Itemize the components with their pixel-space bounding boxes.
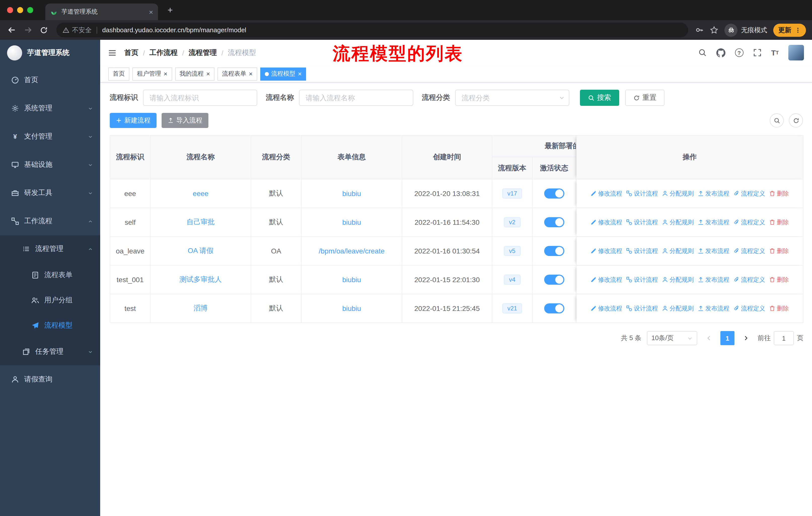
next-page-button[interactable]	[740, 331, 752, 345]
design-process-link[interactable]: 设计流程	[626, 218, 658, 226]
new-tab-button[interactable]	[163, 3, 177, 17]
tag-item[interactable]: 流程模型 ×	[260, 67, 306, 80]
forward-button[interactable]	[20, 22, 35, 37]
modify-process-link[interactable]: 修改流程	[590, 218, 622, 226]
form-info-link[interactable]: biubiu	[342, 218, 361, 226]
process-name-link[interactable]: OA 请假	[188, 246, 214, 255]
design-process-link[interactable]: 设计流程	[626, 189, 658, 198]
process-name-link[interactable]: eeee	[193, 189, 208, 197]
insecure-warning-icon[interactable]	[62, 26, 69, 33]
process-name-link[interactable]: 自己审批	[186, 218, 215, 227]
modify-process-link[interactable]: 修改流程	[590, 247, 622, 255]
design-process-link[interactable]: 设计流程	[626, 247, 658, 255]
create-process-button[interactable]: 新建流程	[110, 113, 156, 128]
tag-item[interactable]: 我的流程 ×	[175, 67, 214, 80]
process-definition-link[interactable]: 流程定义	[733, 275, 765, 284]
bookmark-star-icon[interactable]	[710, 26, 718, 34]
breadcrumb-workflow[interactable]: 工作流程	[149, 48, 178, 57]
design-process-link[interactable]: 设计流程	[626, 275, 658, 284]
active-status-toggle[interactable]	[544, 188, 564, 198]
process-definition-link[interactable]: 流程定义	[733, 247, 765, 255]
reset-button[interactable]: 重置	[625, 90, 665, 106]
tag-close-icon[interactable]: ×	[249, 71, 253, 77]
publish-process-link[interactable]: 发布流程	[698, 275, 729, 284]
form-info-link[interactable]: biubiu	[342, 189, 361, 197]
sidebar-item-leave-query[interactable]: 请假查询	[0, 365, 100, 393]
assign-rules-link[interactable]: 分配规则	[662, 275, 694, 284]
active-status-toggle[interactable]	[544, 303, 564, 314]
sidebar-item-home[interactable]: 首页	[0, 66, 100, 94]
sidebar-item-payment[interactable]: ¥ 支付管理	[0, 123, 100, 151]
hamburger-icon[interactable]	[100, 40, 124, 65]
assign-rules-link[interactable]: 分配规则	[662, 189, 694, 198]
active-status-toggle[interactable]	[544, 217, 564, 227]
delete-process-link[interactable]: 删除	[769, 218, 789, 226]
form-info-link[interactable]: biubiu	[342, 304, 361, 313]
toggle-search-icon-button[interactable]	[770, 113, 784, 128]
maximize-window-button[interactable]	[27, 7, 33, 13]
tag-item[interactable]: 流程表单 ×	[218, 67, 257, 80]
sidebar-item-system[interactable]: 系统管理	[0, 94, 100, 123]
process-id-input[interactable]	[143, 90, 257, 106]
help-icon[interactable]: ?	[735, 48, 743, 57]
address-bar[interactable]: 不安全 dashboard.yudao.iocoder.cn/bpm/manag…	[56, 23, 688, 37]
publish-process-link[interactable]: 发布流程	[698, 304, 729, 313]
import-process-button[interactable]: 导入流程	[162, 113, 208, 128]
form-info-link[interactable]: biubiu	[342, 276, 361, 284]
form-info-link[interactable]: /bpm/oa/leave/create	[319, 247, 385, 255]
page-number-current[interactable]: 1	[720, 331, 734, 345]
publish-process-link[interactable]: 发布流程	[698, 218, 729, 226]
tab-close-icon[interactable]: ×	[149, 8, 153, 16]
modify-process-link[interactable]: 修改流程	[590, 304, 622, 313]
assign-rules-link[interactable]: 分配规则	[662, 247, 694, 255]
page-size-select[interactable]: 10条/页	[647, 331, 697, 345]
password-key-icon[interactable]	[695, 26, 704, 34]
sidebar-item-workflow[interactable]: 工作流程	[0, 207, 100, 235]
delete-process-link[interactable]: 删除	[769, 275, 789, 284]
breadcrumb-home[interactable]: 首页	[124, 48, 139, 57]
update-chip[interactable]: 更新	[773, 23, 806, 36]
tag-close-icon[interactable]: ×	[298, 71, 302, 77]
user-avatar[interactable]	[788, 45, 804, 60]
publish-process-link[interactable]: 发布流程	[698, 247, 729, 255]
back-button[interactable]	[4, 22, 19, 37]
design-process-link[interactable]: 设计流程	[626, 304, 658, 313]
sidebar-item-task-management[interactable]: 任务管理	[0, 338, 100, 365]
browser-tab[interactable]: 芋道管理系统 ×	[45, 3, 158, 20]
process-definition-link[interactable]: 流程定义	[733, 218, 765, 226]
sidebar-logo[interactable]: 芋道管理系统	[0, 40, 100, 66]
sidebar-item-devtools[interactable]: 研发工具	[0, 179, 100, 207]
sidebar-item-infra[interactable]: 基础设施	[0, 151, 100, 179]
process-definition-link[interactable]: 流程定义	[733, 304, 765, 313]
delete-process-link[interactable]: 删除	[769, 247, 789, 255]
active-status-toggle[interactable]	[544, 275, 564, 285]
delete-process-link[interactable]: 删除	[769, 189, 789, 198]
tag-item[interactable]: 首页 ×	[108, 67, 129, 80]
security-label[interactable]: 不安全	[72, 25, 92, 34]
sidebar-item-process-form[interactable]: 流程表单	[0, 263, 100, 288]
prev-page-button[interactable]	[703, 331, 715, 345]
sidebar-item-process-management[interactable]: 流程管理	[0, 235, 100, 263]
sidebar-item-process-model[interactable]: 流程模型	[0, 313, 100, 338]
category-select-input[interactable]	[455, 90, 569, 106]
close-window-button[interactable]	[7, 7, 13, 13]
url-text[interactable]: dashboard.yudao.iocoder.cn/bpm/manager/m…	[102, 26, 246, 34]
sidebar-item-user-group[interactable]: 用户分组	[0, 288, 100, 313]
tag-item[interactable]: 租户管理 ×	[133, 67, 172, 80]
active-status-toggle[interactable]	[544, 246, 564, 256]
refresh-table-button[interactable]	[789, 113, 803, 128]
reload-button[interactable]	[36, 22, 51, 37]
modify-process-link[interactable]: 修改流程	[590, 275, 622, 284]
publish-process-link[interactable]: 发布流程	[698, 189, 729, 198]
goto-page-input[interactable]	[774, 331, 794, 345]
modify-process-link[interactable]: 修改流程	[590, 189, 622, 198]
font-size-icon[interactable]: TT	[771, 48, 779, 57]
assign-rules-link[interactable]: 分配规则	[662, 218, 694, 226]
tag-close-icon[interactable]: ×	[164, 71, 167, 77]
fullscreen-icon[interactable]	[753, 48, 761, 57]
tag-close-icon[interactable]: ×	[206, 71, 210, 77]
process-name-link[interactable]: 滔博	[194, 304, 208, 313]
search-button[interactable]: 搜索	[580, 90, 619, 106]
minimize-window-button[interactable]	[17, 7, 23, 13]
search-icon[interactable]	[698, 48, 706, 57]
